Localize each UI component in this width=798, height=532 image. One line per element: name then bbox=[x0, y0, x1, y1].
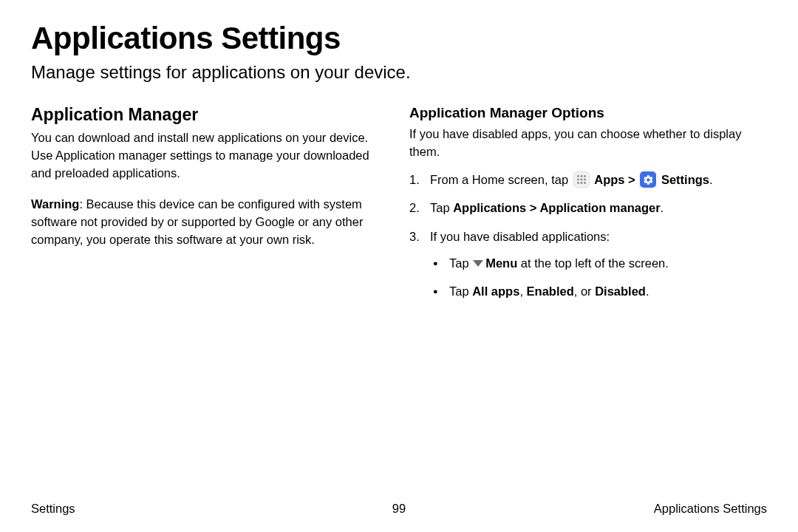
step-1-end: . bbox=[709, 173, 713, 186]
left-column: Application Manager You can download and… bbox=[31, 105, 389, 310]
bullet-1: Tap Menu at the top left of the screen. bbox=[430, 253, 767, 273]
two-column-layout: Application Manager You can download and… bbox=[31, 105, 767, 310]
enabled-label: Enabled bbox=[527, 284, 574, 298]
section-heading-app-manager-options: Application Manager Options bbox=[409, 105, 767, 121]
step-2-text-a: Tap bbox=[430, 201, 453, 214]
bullet-list: Tap Menu at the top left of the screen. … bbox=[430, 253, 767, 301]
disabled-label: Disabled bbox=[595, 284, 646, 298]
app-manager-description: You can download and install new applica… bbox=[31, 129, 389, 183]
warning-text: : Because this device can be configured … bbox=[31, 197, 363, 246]
page-subtitle: Manage settings for applications on your… bbox=[31, 62, 767, 83]
page-number: 99 bbox=[392, 502, 406, 516]
step-2-app-manager: Application manager bbox=[539, 201, 660, 214]
svg-point-4 bbox=[580, 179, 582, 181]
section-heading-app-manager: Application Manager bbox=[31, 105, 389, 125]
svg-point-2 bbox=[584, 176, 586, 178]
apps-label: Apps bbox=[594, 173, 624, 186]
warning-label: Warning bbox=[31, 197, 79, 211]
page-title: Applications Settings bbox=[31, 21, 767, 56]
options-intro: If you have disabled apps, you can choos… bbox=[409, 126, 767, 161]
step-3-text: If you have disabled applications: bbox=[430, 230, 610, 243]
step-3: If you have disabled applications: Tap M… bbox=[409, 227, 767, 301]
right-column: Application Manager Options If you have … bbox=[409, 105, 767, 310]
svg-point-8 bbox=[584, 183, 586, 185]
svg-point-6 bbox=[577, 183, 579, 185]
footer-right: Applications Settings bbox=[654, 502, 767, 516]
bullet-2: Tap All apps, Enabled, or Disabled. bbox=[430, 282, 767, 301]
menu-label: Menu bbox=[485, 256, 517, 270]
settings-icon bbox=[640, 171, 656, 188]
bullet-2-end: . bbox=[646, 284, 649, 298]
steps-list: From a Home screen, tap Apps > Settings bbox=[409, 170, 767, 301]
bullet-2-c: , bbox=[519, 284, 526, 298]
step-1: From a Home screen, tap Apps > Settings bbox=[409, 170, 767, 189]
bullet-1-a: Tap bbox=[449, 256, 472, 270]
page-footer: Settings 99 Applications Settings bbox=[31, 502, 767, 516]
step-2-end: . bbox=[661, 201, 664, 214]
bullet-1-b: at the top left of the screen. bbox=[517, 256, 669, 270]
apps-icon bbox=[573, 171, 590, 188]
step-2-sep: > bbox=[526, 201, 539, 214]
footer-left: Settings bbox=[31, 502, 75, 516]
step-2-applications: Applications bbox=[453, 201, 526, 214]
all-apps-label: All apps bbox=[472, 284, 519, 298]
svg-point-0 bbox=[577, 176, 579, 178]
step-1-sep: > bbox=[628, 173, 638, 186]
step-2: Tap Applications > Application manager. bbox=[409, 198, 767, 217]
svg-point-7 bbox=[580, 183, 582, 185]
svg-point-1 bbox=[580, 176, 582, 178]
dropdown-icon bbox=[473, 260, 483, 267]
bullet-2-a: Tap bbox=[449, 284, 472, 298]
warning-paragraph: Warning: Because this device can be conf… bbox=[31, 196, 389, 249]
svg-point-5 bbox=[584, 179, 586, 181]
svg-point-3 bbox=[577, 179, 579, 181]
settings-label: Settings bbox=[661, 173, 709, 186]
document-page: Applications Settings Manage settings fo… bbox=[0, 0, 798, 532]
step-1-text-a: From a Home screen, tap bbox=[430, 173, 572, 186]
bullet-2-d: , or bbox=[574, 284, 595, 298]
